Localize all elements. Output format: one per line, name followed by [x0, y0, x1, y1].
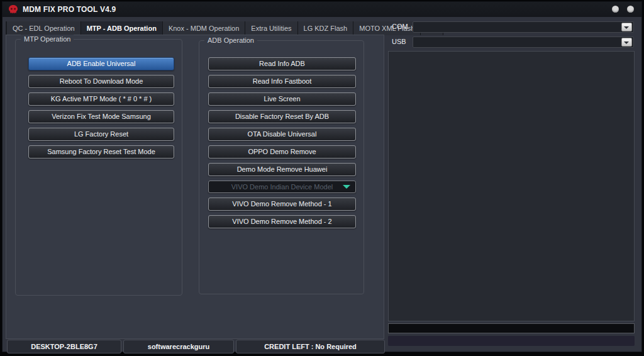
progress-bar-primary [388, 323, 635, 333]
demo-mode-remove-huawei-button[interactable]: Demo Mode Remove Huawei [208, 163, 356, 176]
verizon-fix-test-mode-samsung-button[interactable]: Verizon Fix Test Mode Samsung [28, 110, 174, 123]
tab-lg-kdz-flash[interactable]: LG KDZ Flash [298, 21, 354, 35]
usb-port-row: USB [388, 36, 635, 48]
kg-active-mtp-mode-button[interactable]: KG Active MTP Mode ( * # 0 * # ) [28, 92, 174, 106]
com-dropdown-arrow-icon[interactable] [621, 23, 632, 31]
usb-dropdown-arrow-icon[interactable] [621, 38, 632, 47]
app-window: MDM FIX PRO TOOL V4.9 QC - EDL Operation… [2, 1, 642, 352]
status-brand: softwarecrackguru [123, 340, 234, 353]
tab-knox-mdm-operation[interactable]: Knox - MDM Operation [163, 21, 245, 35]
usb-port-select[interactable] [413, 36, 634, 48]
group-adb-operation: ADB Operation Read Info ADB Read Info Fa… [199, 40, 364, 294]
tab-panel-mtp-adb: MTP Operation ADB Enable Universal Reboo… [6, 35, 384, 339]
vivo-demo-remove-method-2-button[interactable]: VIVO Demo Remove Method - 2 [208, 215, 356, 228]
adb-enable-universal-button[interactable]: ADB Enable Universal [28, 57, 174, 70]
tab-mtp-adb-operation[interactable]: MTP - ADB Operation [81, 21, 163, 35]
tab-strip: QC - EDL Operation MTP - ADB Operation K… [6, 21, 384, 35]
progress-bar-secondary [388, 336, 635, 346]
com-port-select[interactable] [413, 21, 634, 33]
com-label: COM [392, 23, 408, 30]
close-dot-icon[interactable] [627, 6, 634, 13]
vivo-demo-remove-method-1-button[interactable]: VIVO Demo Remove Method - 1 [208, 197, 356, 211]
live-screen-button[interactable]: Live Screen [208, 92, 356, 106]
read-info-adb-button[interactable]: Read Info ADB [208, 57, 356, 70]
chevron-down-icon [343, 185, 350, 189]
oppo-demo-remove-button[interactable]: OPPO Demo Remove [208, 145, 356, 159]
minimize-dot-icon[interactable] [612, 6, 619, 13]
reboot-to-download-mode-button[interactable]: Reboot To Download Mode [28, 75, 174, 88]
group-mtp-title: MTP Operation [21, 35, 74, 43]
lg-factory-reset-button[interactable]: LG Factory Reset [28, 128, 174, 141]
group-mtp-operation: MTP Operation ADB Enable Universal Reboo… [15, 39, 182, 296]
samsung-factory-reset-test-mode-button[interactable]: Samsung Factory Reset Test Mode [28, 145, 174, 159]
tab-qc-edl-operation[interactable]: QC - EDL Operation [7, 21, 81, 35]
vivo-demo-model-dropdown[interactable]: VIVO Demo Indian Device Model [208, 181, 356, 193]
red-skull-icon [8, 5, 18, 14]
usb-label: USB [392, 38, 406, 45]
read-info-fastboot-button[interactable]: Read Info Fastboot [208, 75, 356, 88]
ota-disable-universal-button[interactable]: OTA Disable Universal [208, 128, 356, 141]
status-credit-left: CREDIT LEFT : No Required [236, 340, 385, 353]
group-adb-title: ADB Operation [204, 36, 257, 45]
disable-factory-reset-by-adb-button[interactable]: Disable Factory Reset By ADB [208, 110, 356, 123]
window-title: MDM FIX PRO TOOL V4.9 [23, 5, 116, 14]
tab-extra-utilities[interactable]: Extra Utilities [245, 21, 297, 35]
log-output-area [388, 51, 635, 321]
status-computer-name: DESKTOP-2BLE8G7 [7, 340, 121, 353]
titlebar[interactable]: MDM FIX PRO TOOL V4.9 [3, 2, 641, 17]
vivo-demo-model-dropdown-value: VIVO Demo Indian Device Model [231, 183, 333, 191]
com-port-row: COM [388, 21, 635, 33]
